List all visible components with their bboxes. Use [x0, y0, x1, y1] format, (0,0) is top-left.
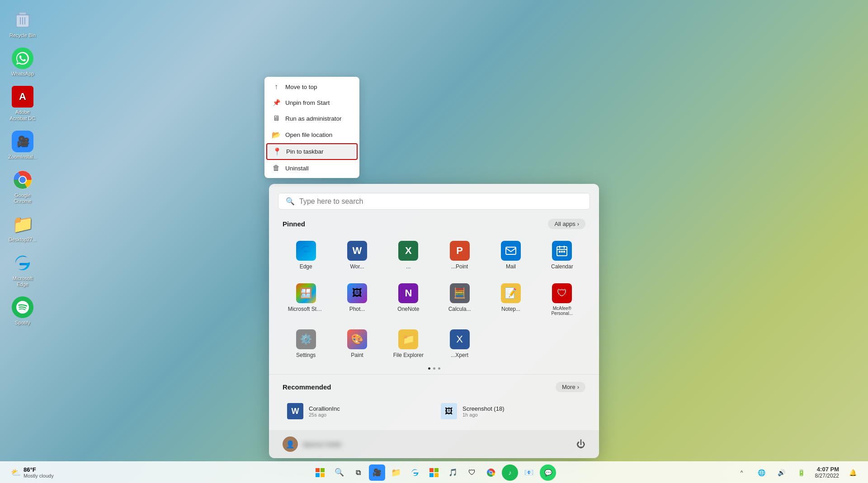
taskbar: ⛅ 86°F Mostly cloudy 🔍 ⧉ [0, 461, 868, 483]
screenshot-text: Screenshot (18) 1h ago [462, 405, 505, 417]
svg-rect-17 [316, 468, 320, 472]
ppt-app-icon: P [450, 241, 470, 261]
taskbar-edge-icon[interactable] [407, 464, 423, 481]
word-label: Wor... [350, 263, 364, 270]
search-input[interactable] [299, 197, 582, 206]
context-item-unpin[interactable]: 📌 Unpin from Start [264, 95, 359, 110]
calc-app-icon: 🧮 [450, 283, 470, 303]
notepad-label: Notep... [501, 306, 520, 312]
weather-info: 86°F Mostly cloudy [24, 466, 54, 478]
taskbar-whatsapp-icon[interactable]: 💬 [540, 464, 556, 481]
pinned-app-xpert[interactable]: X ...Xpert [436, 325, 483, 363]
pin-taskbar-icon: 📍 [273, 147, 282, 156]
taskbar-zoom-icon[interactable]: 🎥 [369, 464, 385, 481]
taskbar-time: 4:07 PM [817, 466, 839, 473]
desktop-icon-whatsapp[interactable]: WhatsApp [5, 47, 41, 77]
network-icon[interactable]: 🌐 [754, 464, 770, 481]
clock-area[interactable]: 4:07 PM 8/27/2022 [813, 466, 841, 479]
power-button[interactable]: ⏻ [576, 439, 585, 450]
pagination-dot-2[interactable] [433, 367, 435, 370]
onenote-app-icon: N [398, 283, 418, 303]
pinned-app-mail[interactable]: Mail [487, 236, 534, 274]
taskbar-app1-icon[interactable]: 🎵 [445, 464, 461, 481]
pinned-app-edge[interactable]: Edge [283, 236, 329, 274]
pinned-app-notepad[interactable]: 📝 Notep... [487, 279, 534, 320]
calc-label: Calcula... [448, 306, 471, 312]
recommended-section: Recommended More › W CorallionInc 25s ag… [269, 374, 599, 423]
recycle-bin-icon [12, 9, 33, 31]
pinned-app-onenote[interactable]: N OneNote [385, 279, 432, 320]
pinned-app-paint[interactable]: 🎨 Paint [334, 325, 380, 363]
desktop-icon-spotify[interactable]: Spotify [5, 296, 41, 326]
edge-desktop-label: MicrosoftEdge [13, 276, 33, 287]
all-apps-button[interactable]: All apps › [548, 219, 585, 229]
svg-rect-15 [561, 251, 563, 253]
desktop-icon-adobe[interactable]: A AdobeAcrobat DC [5, 86, 41, 121]
pinned-app-calendar[interactable]: Calendar [539, 236, 585, 274]
svg-rect-16 [563, 251, 565, 253]
pinned-app-settings[interactable]: ⚙️ Settings [283, 325, 329, 363]
paint-app-icon: 🎨 [347, 329, 367, 349]
taskbar-explorer-icon[interactable]: 📁 [388, 464, 404, 481]
zoom-label: ZoomInstal... [8, 154, 37, 160]
pinned-app-word[interactable]: W Wor... [334, 236, 380, 274]
recommended-grid: W CorallionInc 25s ago 🖼 Screenshot (18)… [283, 399, 585, 423]
pinned-app-photos[interactable]: 🖼 Phot... [334, 279, 380, 320]
paint-label: Paint [351, 352, 363, 358]
desktop-icons-area: Recycle Bin WhatsApp A AdobeAcrobat DC 🎥… [0, 0, 45, 335]
taskbar-mcafee-icon[interactable]: 🛡 [464, 464, 480, 481]
mcafee-app-icon: 🛡 [552, 283, 572, 303]
context-item-open-location[interactable]: 📂 Open file location [264, 127, 359, 143]
pinned-app-calc[interactable]: 🧮 Calcula... [436, 279, 483, 320]
context-item-run-admin[interactable]: 🖥 Run as administrator [264, 110, 359, 127]
start-footer: 👤 Spencer Noble ⏻ [269, 430, 599, 458]
rec-item-screenshot[interactable]: 🖼 Screenshot (18) 1h ago [436, 399, 585, 423]
recommended-title: Recommended [283, 383, 331, 391]
svg-point-27 [490, 471, 492, 474]
explorer-label: File Explorer [393, 352, 424, 358]
desktop-icon-recycle-bin[interactable]: Recycle Bin [5, 9, 41, 38]
taskbar-search-button[interactable]: 🔍 [331, 464, 347, 481]
word-app-icon: W [347, 241, 367, 261]
svg-rect-24 [434, 473, 439, 477]
open-location-icon: 📂 [272, 131, 281, 139]
desktop-icon-chrome[interactable]: GoogleChrome [5, 169, 41, 204]
settings-app-icon: ⚙️ [296, 329, 316, 349]
desktop-icon-zoom[interactable]: 🎥 ZoomInstal... [5, 131, 41, 160]
xpert-label: ...Xpert [451, 352, 468, 358]
more-button[interactable]: More › [556, 382, 585, 392]
pagination-dot-1[interactable] [428, 367, 430, 370]
pinned-app-store[interactable]: 🪟 Microsoft Store [283, 279, 329, 320]
user-area[interactable]: 👤 Spencer Noble [283, 436, 341, 452]
context-item-move-top[interactable]: ↑ Move to top [264, 79, 359, 95]
photos-label: Phot... [349, 306, 365, 312]
pinned-app-ppt[interactable]: P ...Point [436, 236, 483, 274]
battery-icon[interactable]: 🔋 [793, 464, 810, 481]
rec-item-corallion[interactable]: W CorallionInc 25s ago [283, 399, 432, 423]
taskbar-outlook-icon[interactable]: 📧 [521, 464, 537, 481]
desktop-icon-edge-desktop[interactable]: MicrosoftEdge [5, 252, 41, 287]
calendar-label: Calendar [551, 263, 573, 270]
taskbar-chrome-icon[interactable] [483, 464, 499, 481]
show-hidden-icons[interactable]: ^ [734, 464, 750, 481]
onenote-label: OneNote [397, 306, 419, 312]
volume-icon[interactable]: 🔊 [774, 464, 790, 481]
taskbar-store-icon[interactable] [426, 464, 442, 481]
taskbar-spotify-icon[interactable]: ♪ [502, 464, 518, 481]
photos-app-icon: 🖼 [347, 283, 367, 303]
start-button[interactable] [312, 464, 328, 481]
screenshot-name: Screenshot (18) [462, 405, 505, 412]
desktop-icon-folder[interactable]: 📁 Desktop27... [5, 213, 41, 243]
pagination-dot-3[interactable] [438, 367, 440, 370]
context-item-uninstall[interactable]: 🗑 Uninstall [264, 160, 359, 176]
start-search-bar[interactable]: 🔍 [278, 193, 590, 210]
context-item-pin-taskbar[interactable]: 📍 Pin to taskbar [266, 143, 358, 160]
notification-icon[interactable]: 🔔 [844, 464, 861, 481]
pinned-app-mcafee[interactable]: 🛡 McAfee®Personal... [539, 279, 585, 320]
settings-label: Settings [296, 352, 316, 358]
pinned-app-excel[interactable]: X ... [385, 236, 432, 274]
taskbar-taskview-button[interactable]: ⧉ [350, 464, 366, 481]
weather-desc: Mostly cloudy [24, 473, 54, 478]
pinned-app-explorer[interactable]: 📁 File Explorer [385, 325, 432, 363]
weather-widget[interactable]: ⛅ 86°F Mostly cloudy [7, 466, 57, 478]
